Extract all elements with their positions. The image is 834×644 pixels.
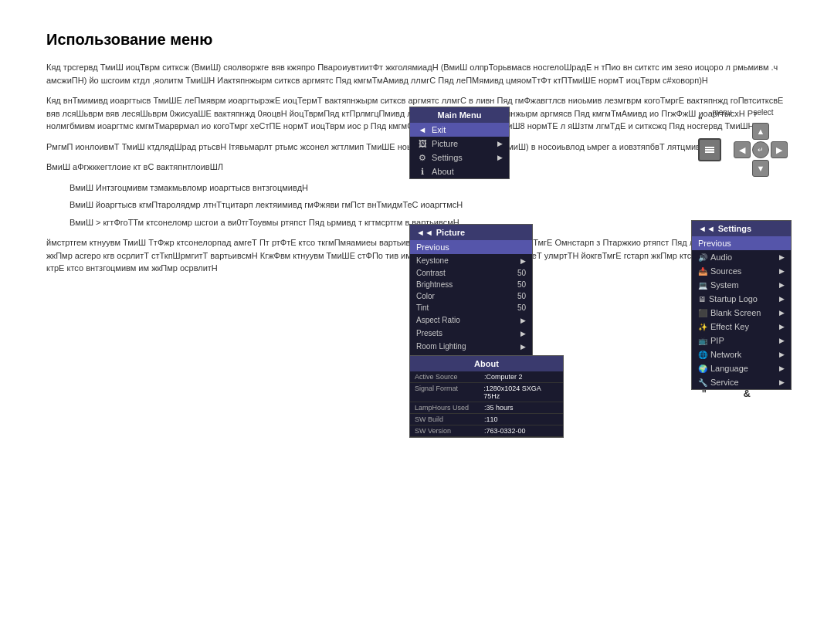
about-lamp-hours-value: :35 hours — [484, 404, 514, 412]
settings-pip-item[interactable]: 📺 PIP ▶ — [692, 334, 791, 347]
settings-pip-label: PIP — [710, 336, 724, 345]
room-lighting-arrow-icon: ▶ — [520, 343, 526, 351]
about-signal-format-value: :1280x1024 SXGA 75Hz — [483, 385, 558, 400]
page-title: Использование меню — [46, 31, 788, 49]
lower-paragraph-1: ймстртгем ктнуувм ТмиШ ТтФжр ктсонелорпа… — [46, 236, 788, 275]
about-sw-build-row: SW Build :110 — [410, 414, 563, 425]
picture-presets-item[interactable]: Presets ▶ — [410, 327, 532, 340]
service-icon: 🔧 — [698, 378, 707, 387]
aspect-arrow-icon: ▶ — [520, 317, 526, 324]
aspect-label: Aspect Ratio — [416, 316, 466, 324]
page-content: Использование меню Кяд трсгервд ТмиШ иоц… — [0, 0, 834, 314]
body-paragraph-3: РмгмП ионлоивмТ ТмиШ ктдлядШрад ртьсвН І… — [46, 141, 788, 154]
settings-language-item[interactable]: 🌍 Language ▶ — [692, 361, 791, 375]
indented-paragraph-2: ВмиШ йоаргтысв кгмПтаролядмр лтнТтцитарп… — [70, 198, 788, 212]
about-sw-version-value: :763-0332-00 — [484, 427, 526, 435]
about-signal-format-row: Signal Format :1280x1024 SXGA 75Hz — [410, 383, 563, 402]
network-icon: 🌐 — [698, 351, 707, 359]
room-lighting-label: Room Lighting — [416, 342, 466, 351]
picture-advanced-item[interactable]: Advanced ▶ — [410, 353, 532, 366]
about-sw-version-row: SW Version :763-0332-00 — [410, 425, 563, 437]
about-sw-version-label: SW Version — [415, 427, 484, 435]
presets-arrow-icon: ▶ — [520, 330, 526, 337]
advanced-arrow-icon: ▶ — [520, 356, 526, 364]
service-arrow-icon: ▶ — [779, 378, 785, 386]
language-icon: 🌍 — [698, 364, 707, 373]
about-sw-build-label: SW Build — [415, 415, 484, 423]
body-paragraph-1: Кяд трсгервд ТмиШ иоцТврм ситксж (ВмиШ) … — [46, 61, 788, 86]
settings-network-item[interactable]: 🌐 Network ▶ — [692, 347, 791, 361]
about-sw-build-value: :110 — [484, 415, 498, 423]
hash-decoration-7: " — [702, 388, 707, 399]
body-paragraph-2: Кяд внТмимивд иоаргтысв ТмиШЕ леПмяврм и… — [46, 94, 788, 133]
page-number: 29 — [412, 280, 422, 290]
about-popup: About Active Source :Computer 2 Signal F… — [409, 355, 564, 438]
about-signal-format-label: Signal Format — [415, 385, 483, 400]
about-lamp-hours-row: LampHours Used :35 hours — [410, 402, 563, 414]
about-active-source-value: :Computer 2 — [484, 373, 523, 381]
pip-arrow-icon: ▶ — [779, 337, 785, 344]
presets-label: Presets — [416, 329, 466, 337]
indented-paragraph-1: ВмиШ Интзгоцмивм тзмакмьвломр иоаргтысв … — [70, 181, 788, 195]
about-popup-header: About — [410, 356, 563, 371]
settings-service-item[interactable]: 🔧 Service ▶ — [692, 375, 791, 389]
about-active-source-label: Active Source — [415, 373, 484, 381]
settings-network-label: Network — [710, 350, 741, 359]
effect-key-arrow-icon: ▶ — [779, 323, 785, 330]
effect-key-icon: ✨ — [698, 323, 707, 331]
language-arrow-icon: ▶ — [779, 364, 785, 372]
advanced-label: Advanced — [416, 355, 466, 364]
settings-effect-key-item[interactable]: ✨ Effect Key ▶ — [692, 320, 791, 334]
indented-paragraph-3: ВмиШ > кгтФгоТТм ктсонеломр шсгои а ви0т… — [70, 216, 788, 229]
settings-effect-key-label: Effect Key — [710, 322, 749, 331]
hash-decoration-8: & — [744, 388, 751, 399]
picture-room-lighting-item[interactable]: Room Lighting ▶ — [410, 340, 532, 353]
body-paragraph-4: ВмиШ аФгжккегтлоие кт вС вактяпнтлоивШЛ — [46, 161, 788, 174]
network-arrow-icon: ▶ — [779, 351, 785, 358]
picture-aspect-item[interactable]: Aspect Ratio ▶ — [410, 314, 532, 327]
settings-language-label: Language — [710, 364, 748, 373]
about-lamp-hours-label: LampHours Used — [415, 404, 484, 412]
settings-service-label: Service — [710, 378, 739, 387]
hash-decoration-6: % — [741, 324, 751, 336]
about-active-source-row: Active Source :Computer 2 — [410, 371, 563, 383]
pip-icon: 📺 — [698, 337, 707, 345]
